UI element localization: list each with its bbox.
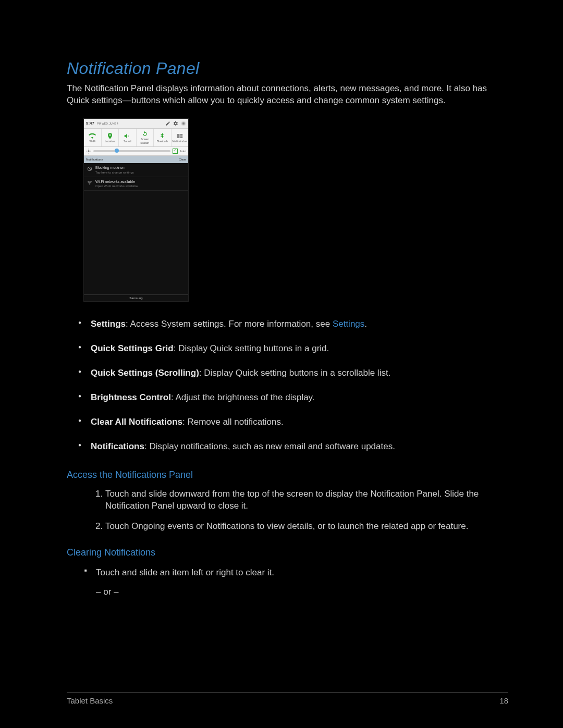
- panel-top-icons: [165, 121, 186, 126]
- document-page: Notification Panel The Notification Pane…: [0, 0, 563, 728]
- blocking-icon: [87, 166, 92, 171]
- or-line: – or –: [96, 586, 508, 598]
- qs-label: Bluetooth: [157, 140, 168, 143]
- edit-icon: [165, 121, 170, 126]
- qs-wifi: Wi-Fi: [84, 129, 102, 146]
- term: Settings: [91, 319, 126, 329]
- term: Notifications: [91, 441, 144, 451]
- desc: : Display notifications, such as new ema…: [144, 441, 395, 451]
- multiwindow-icon: [176, 132, 183, 140]
- desc: : Access System settings. For more infor…: [126, 319, 333, 329]
- svg-line-6: [88, 167, 91, 170]
- qs-location: Location: [102, 129, 119, 146]
- notif-title: Blocking mode on: [95, 165, 134, 170]
- qs-label: Wi-Fi: [89, 140, 95, 143]
- step-item: Touch and slide downward from the top of…: [105, 484, 508, 516]
- access-steps: Touch and slide downward from the top of…: [67, 484, 508, 537]
- slider-thumb: [115, 149, 119, 153]
- location-icon: [106, 132, 114, 140]
- settings-link[interactable]: Settings: [333, 319, 364, 329]
- gear-icon: [173, 121, 178, 126]
- auto-label: Auto: [180, 149, 186, 153]
- wifi-outline-icon: [87, 180, 92, 186]
- tail: .: [364, 319, 367, 329]
- sound-icon: [124, 132, 131, 140]
- qs-label: Sound: [124, 140, 131, 143]
- footer-section: Tablet Basics: [67, 696, 113, 706]
- desc: : Display Quick setting buttons in a scr…: [199, 368, 391, 378]
- clearing-text: Touch and slide an item left or right to…: [96, 567, 274, 577]
- qs-multiwindow: Multi window: [172, 129, 189, 146]
- list-item: Brightness Control: Adjust the brightnes…: [91, 386, 508, 410]
- list-item: Quick Settings (Scrolling): Display Quic…: [91, 361, 508, 386]
- notif-title: Wi-Fi networks available: [95, 179, 138, 184]
- page-footer: Tablet Basics 18: [67, 692, 508, 706]
- wifi-icon: [89, 132, 96, 140]
- desc: : Display Quick setting buttons in a gri…: [174, 343, 329, 353]
- desc: : Remove all notifications.: [182, 417, 284, 427]
- qs-sound: Sound: [119, 129, 137, 146]
- qs-label: Location: [105, 140, 115, 143]
- subheading-access: Access the Notifications Panel: [67, 468, 508, 481]
- panel-brand: Samsung: [84, 294, 188, 300]
- list-item: Settings: Access System settings. For mo…: [91, 312, 508, 337]
- notif-subtitle: Open Wi-Fi networks available: [95, 184, 138, 188]
- panel-status-bar: 9:47 PM WED, JUNE 4: [84, 119, 188, 129]
- notification-item: Wi-Fi networks available Open Wi-Fi netw…: [84, 177, 188, 191]
- list-item: Notifications: Display notifications, su…: [91, 435, 508, 459]
- notification-panel-figure: 9:47 PM WED, JUNE 4 Wi-Fi Location Sound: [83, 118, 189, 302]
- qs-rotation: Screen rotation: [137, 129, 154, 146]
- term: Brightness Control: [91, 392, 171, 402]
- notification-item: Blocking mode on Tap here to change sett…: [84, 163, 188, 177]
- intro-paragraph: The Notification Panel displays informat…: [67, 83, 508, 107]
- svg-point-7: [89, 184, 90, 184]
- grid-icon: [181, 121, 186, 126]
- panel-clock-suffix: PM WED, JUNE 4: [97, 122, 118, 125]
- brightness-row: Auto: [84, 147, 188, 156]
- svg-point-0: [88, 150, 89, 152]
- list-item: Clear All Notifications: Remove all noti…: [91, 410, 508, 435]
- qs-bluetooth: Bluetooth: [154, 129, 172, 146]
- notifications-header-label: Notifications: [86, 157, 103, 162]
- clearing-list: Touch and slide an item left or right to…: [67, 562, 508, 603]
- panel-clock: 9:47: [86, 121, 94, 126]
- footer-page-number: 18: [499, 696, 508, 706]
- bluetooth-icon: [158, 132, 166, 140]
- page-title: Notification Panel: [67, 57, 508, 80]
- brightness-slider: [93, 150, 170, 152]
- term: Quick Settings (Scrolling): [91, 368, 199, 378]
- notif-subtitle: Tap here to change settings: [95, 170, 134, 175]
- list-item: Touch and slide an item left or right to…: [96, 562, 508, 603]
- quick-settings-row: Wi-Fi Location Sound Screen rotation Blu…: [84, 129, 188, 147]
- term: Quick Settings Grid: [91, 343, 174, 353]
- brightness-icon: [86, 149, 91, 154]
- clear-label: Clear: [179, 157, 186, 162]
- term: Clear All Notifications: [91, 417, 182, 427]
- feature-list: Settings: Access System settings. For mo…: [67, 312, 508, 459]
- qs-label: Screen rotation: [137, 138, 154, 145]
- step-item: Touch Ongoing events or Notifications to…: [105, 516, 508, 537]
- notifications-header: Notifications Clear: [84, 156, 188, 163]
- rotation-icon: [141, 130, 149, 138]
- auto-checkbox: [173, 149, 178, 154]
- subheading-clearing: Clearing Notifications: [67, 546, 508, 559]
- desc: : Adjust the brightness of the display.: [171, 392, 315, 402]
- list-item: Quick Settings Grid: Display Quick setti…: [91, 337, 508, 361]
- qs-label: Multi window: [172, 140, 187, 143]
